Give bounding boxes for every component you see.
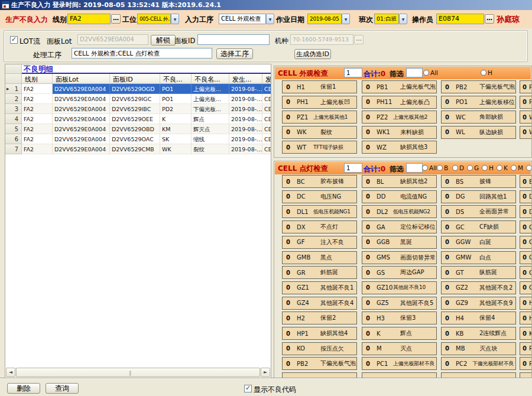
defect-button-HP1[interactable]: 0HP1缺损其他4 [282, 327, 357, 340]
operator-browse-button[interactable]: … [485, 14, 494, 24]
grid-cell[interactable]: CELL [262, 134, 271, 144]
grid-cell[interactable]: CELL [262, 84, 271, 94]
defect-button-GZ4[interactable]: 0GZ4其他斑不良4 [282, 297, 357, 310]
grid-cell[interactable]: 裂纹 [192, 144, 229, 154]
grid-cell[interactable]: D2VV6529OGD [110, 84, 160, 94]
chevron-down-icon[interactable]: ▼ [342, 14, 350, 24]
chevron-down-icon[interactable]: ▼ [399, 14, 407, 24]
defect-button-GS[interactable]: 0GS周边GAP [362, 266, 437, 279]
grid-cell[interactable]: K [160, 114, 192, 124]
defect-button-GMW[interactable]: 0GMW白点 [441, 251, 516, 264]
defect-button-GZ10[interactable]: 0GZ10其他斑不良10 [362, 281, 437, 294]
defect-button-G[interactable]: 0G [520, 251, 532, 264]
grid-cell[interactable]: D2VV6529IBC [110, 104, 160, 114]
defect-button-GGB[interactable]: 0GGB黑斑 [362, 236, 437, 249]
grid-column-header[interactable]: 发生... [229, 74, 262, 84]
grid-cell[interactable]: 上偏光板... [192, 94, 229, 104]
defect-button-P[interactable]: 0P [520, 342, 532, 355]
defect-button-blank[interactable] [520, 372, 532, 378]
grid-cell[interactable]: WK [160, 144, 192, 154]
station-select[interactable]: 005-CELL 外... [137, 14, 171, 24]
defect-button-PZ1[interactable]: 0PZ1上偏光板其他1 [282, 111, 357, 124]
defect-button-WK1[interactable]: 0WK1来料缺损 [362, 126, 437, 139]
grid-cell[interactable]: D2VV6529E0A004 [53, 134, 110, 144]
defect-button-G[interactable]: 0G [520, 281, 532, 294]
grid-cell[interactable]: FA2 [22, 124, 53, 134]
grid-cell[interactable]: 辉灭点 [192, 124, 229, 134]
defect-button-G[interactable]: 0G [520, 236, 532, 249]
defect-button-WZ[interactable]: 0WZ缺损其他3 [362, 141, 437, 154]
grid-cell[interactable]: D2VV6529E0A004 [53, 124, 110, 134]
defect-button-GA[interactable]: 0GA定位标记移位 [362, 220, 437, 233]
grid-row-selector[interactable]: 3 [5, 104, 22, 114]
scroll-left-icon[interactable]: ◄ [6, 368, 15, 377]
defect-button-GZ5[interactable]: 0GZ5其他斑不良5 [362, 297, 437, 310]
defect-button-GZ2[interactable]: 0GZ2其他斑不良2 [441, 281, 516, 294]
defect-button-DG[interactable]: 0DG回路其他1 [441, 190, 516, 203]
visual-count-input[interactable] [344, 68, 362, 77]
defect-button-PH1[interactable]: 0PH1上偏光板凹 [282, 96, 357, 109]
defect-button-blank[interactable] [282, 372, 357, 378]
scroll-thumb[interactable]: ∥ [16, 368, 260, 377]
defect-button-KO[interactable]: 0KO按压点欠 [282, 342, 357, 355]
defect-button-D[interactable]: 0D [520, 205, 532, 218]
defect-button-GZ9[interactable]: 0GZ9其他斑不良9 [441, 297, 516, 310]
grid-cell[interactable]: D2VV6529IGC [110, 94, 160, 104]
grid-row-selector[interactable]: 5 [5, 124, 22, 134]
defect-button-PH11[interactable]: 0PH11上偏光板凸 [362, 96, 437, 109]
grid-cell[interactable]: D2VV6529E0A004 [53, 84, 110, 94]
light-filter-input[interactable] [406, 163, 423, 173]
grid-cell[interactable]: 2019-08-... [229, 124, 262, 134]
light-radio-D[interactable] [452, 165, 458, 171]
defect-button-GMB[interactable]: 0GMB黑点 [282, 251, 357, 264]
light-radio-B[interactable] [437, 165, 443, 171]
defect-button-P[interactable]: 0P [520, 96, 532, 109]
grid-column-header[interactable]: 不良... [160, 74, 192, 84]
grid-cell[interactable]: FA2 [22, 144, 53, 154]
line-browse-button[interactable]: … [111, 14, 121, 24]
grid-cell[interactable]: CELL [262, 124, 271, 134]
defect-button-G[interactable]: 0G [520, 266, 532, 279]
grid-cell[interactable]: D2VV6529OAC [110, 134, 160, 144]
grid-cell[interactable]: CELL [262, 104, 271, 114]
grid-cell[interactable]: 辉点 [192, 114, 229, 124]
light-radio-H[interactable] [482, 165, 488, 171]
panel-lot-input[interactable]: D2VV6529E0A004 [77, 34, 148, 45]
model-browse-button[interactable]: … [354, 35, 364, 44]
defect-button-WC[interactable]: 0WC角部缺损 [441, 111, 516, 124]
grid-column-header[interactable]: 面板ID [110, 74, 160, 84]
light-radio-M[interactable] [511, 165, 517, 171]
grid-column-header[interactable]: 面板Lot [53, 74, 110, 84]
grid-h-scrollbar[interactable]: ◄ ► ∥ [6, 368, 270, 377]
grid-row-selector[interactable]: 7 [5, 144, 22, 154]
scroll-right-icon[interactable]: ► [261, 368, 270, 377]
defect-button-H[interactable]: 0H [520, 311, 532, 324]
light-radio-O[interactable] [526, 165, 532, 171]
grid-cell[interactable]: 2019-08-... [229, 94, 262, 104]
grid-cell[interactable]: PO1 [160, 84, 192, 94]
grid-cell[interactable]: D2VV6529E0A004 [53, 104, 110, 114]
grid-cell[interactable]: CELL [262, 114, 271, 124]
defect-button-WL[interactable]: 0WL纵边缺损 [441, 126, 516, 139]
grid-row-selector[interactable]: 2 [5, 94, 22, 104]
generate-fake-id-button[interactable]: 生成伪造ID [294, 49, 331, 59]
query-button[interactable]: 查询 [46, 383, 79, 394]
grid-cell[interactable]: FA2 [22, 114, 53, 124]
model-input[interactable]: 70-1600-5749-9513 [290, 34, 353, 45]
defect-button-blank[interactable] [441, 372, 516, 378]
defect-button-PC2[interactable]: 0PC2下偏光板部材不良 [441, 357, 516, 370]
show-defect-code-checkbox[interactable] [244, 385, 252, 392]
defect-button-G[interactable]: 0G [520, 220, 532, 233]
grid-cell[interactable]: 2019-08-... [229, 134, 262, 144]
grid-cell[interactable]: KM [160, 124, 192, 134]
grid-column-header[interactable]: 不良名... [192, 74, 229, 84]
defect-button-D[interactable]: 0D [520, 190, 532, 203]
defect-button-H[interactable]: 0H [520, 297, 532, 310]
grid-cell[interactable]: 2019-08-... [229, 114, 262, 124]
defect-button-K[interactable]: 0K辉点 [362, 327, 437, 340]
grid-cell[interactable]: FA2 [22, 134, 53, 144]
light-radio-K[interactable] [497, 165, 502, 171]
grid-cell[interactable]: SK [160, 134, 192, 144]
grid-cell[interactable]: D2VV6529CMB [110, 144, 160, 154]
date-select[interactable]: 2019-08-05 [307, 14, 342, 24]
